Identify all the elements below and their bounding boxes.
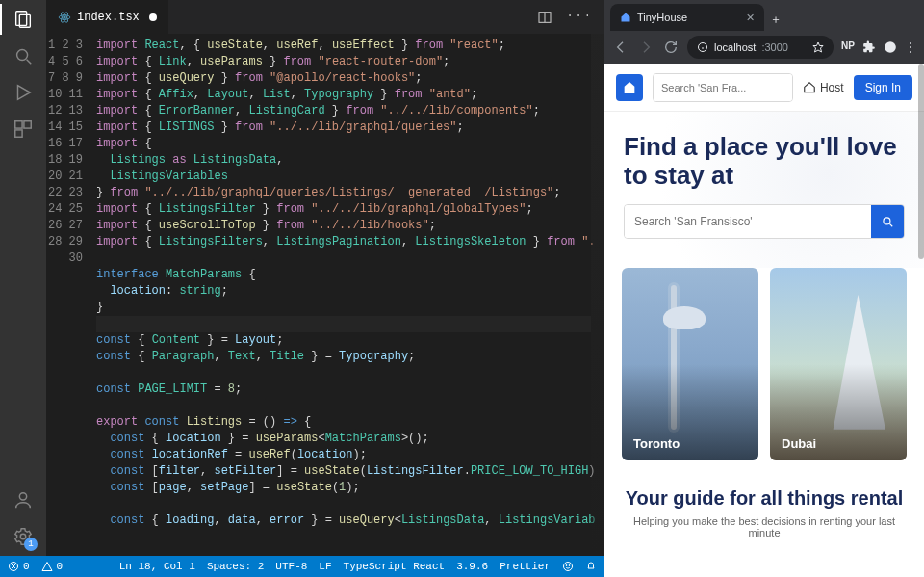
svg-rect-7 bbox=[15, 130, 22, 137]
more-actions-icon[interactable]: ··· bbox=[566, 10, 593, 25]
status-errors[interactable]: 0 bbox=[8, 561, 30, 572]
forward-button[interactable] bbox=[637, 39, 654, 56]
close-tab-icon[interactable]: ✕ bbox=[746, 12, 755, 24]
unsaved-dot-icon bbox=[149, 13, 157, 21]
vscode-window: 1 index.tsx ··· bbox=[0, 0, 604, 577]
status-warnings[interactable]: 0 bbox=[41, 561, 64, 572]
status-encoding[interactable]: UTF-8 bbox=[275, 561, 307, 572]
city-card-label: Dubai bbox=[770, 427, 828, 460]
explorer-icon[interactable] bbox=[12, 8, 35, 31]
city-card-label: Toronto bbox=[622, 427, 691, 460]
react-file-icon bbox=[58, 11, 71, 24]
guide-section: Your guide for all things rental Helping… bbox=[604, 478, 924, 538]
tinyhouse-logo-icon[interactable] bbox=[616, 74, 643, 101]
editor-tab[interactable]: index.tsx bbox=[46, 0, 169, 34]
minimap[interactable] bbox=[591, 34, 604, 556]
bookmark-star-icon[interactable] bbox=[812, 41, 824, 53]
svg-marker-25 bbox=[813, 42, 823, 52]
status-language[interactable]: TypeScript React bbox=[344, 561, 446, 572]
hero-search bbox=[624, 204, 905, 239]
svg-point-9 bbox=[20, 534, 26, 539]
header-search bbox=[653, 73, 793, 102]
guide-title: Your guide for all things rental bbox=[624, 487, 905, 510]
svg-point-8 bbox=[19, 493, 26, 500]
page-viewport[interactable]: Host Sign In Find a place you'll love to… bbox=[604, 64, 924, 577]
site-info-icon[interactable] bbox=[697, 41, 708, 53]
tab-bar: index.tsx ··· bbox=[46, 0, 604, 34]
hero-search-button[interactable] bbox=[871, 205, 904, 238]
back-button[interactable] bbox=[612, 39, 629, 56]
svg-point-20 bbox=[566, 565, 567, 566]
svg-rect-0 bbox=[16, 12, 27, 26]
svg-rect-5 bbox=[15, 121, 22, 128]
browser-tab-title: TinyHouse bbox=[637, 12, 687, 23]
settings-gear-icon[interactable]: 1 bbox=[12, 525, 35, 548]
browser-window: TinyHouse ✕ ＋ localhost:3000 NP bbox=[604, 0, 924, 577]
status-bell-icon[interactable] bbox=[585, 561, 597, 572]
search-icon[interactable] bbox=[12, 44, 35, 67]
svg-marker-4 bbox=[18, 86, 31, 100]
hero-section: Find a place you'll love to stay at bbox=[604, 112, 924, 268]
city-card-dubai[interactable]: Dubai bbox=[770, 268, 907, 460]
status-errors-count: 0 bbox=[23, 561, 30, 572]
settings-badge: 1 bbox=[24, 538, 38, 551]
split-editor-icon[interactable] bbox=[537, 10, 552, 25]
browser-toolbar: localhost:3000 NP ⋮ bbox=[604, 31, 924, 64]
host-link[interactable]: Host bbox=[803, 81, 844, 94]
hero-title: Find a place you'll love to stay at bbox=[624, 133, 905, 191]
refresh-button[interactable] bbox=[662, 39, 680, 56]
svg-point-2 bbox=[17, 50, 28, 61]
tinyhouse-favicon-icon bbox=[620, 12, 631, 23]
svg-point-21 bbox=[569, 565, 570, 566]
code-content[interactable]: import React, { useState, useRef, useEff… bbox=[96, 34, 604, 556]
browser-tab-strip: TinyHouse ✕ ＋ bbox=[604, 0, 924, 31]
city-card-toronto[interactable]: Toronto bbox=[622, 268, 758, 460]
svg-point-29 bbox=[884, 218, 890, 224]
activity-bar: 1 bbox=[0, 0, 46, 556]
tinyhouse-header: Host Sign In bbox=[604, 64, 924, 112]
extension-np[interactable]: NP bbox=[841, 40, 855, 54]
tab-filename: index.tsx bbox=[77, 11, 140, 24]
svg-line-3 bbox=[27, 60, 32, 65]
svg-point-19 bbox=[564, 563, 573, 571]
page-scrollbar[interactable] bbox=[918, 64, 924, 259]
signin-button[interactable]: Sign In bbox=[854, 75, 912, 100]
svg-rect-6 bbox=[24, 121, 31, 128]
account-icon[interactable] bbox=[12, 488, 35, 511]
svg-point-10 bbox=[64, 15, 65, 17]
header-search-input[interactable] bbox=[654, 74, 793, 101]
omnibox-port: :3000 bbox=[761, 41, 788, 53]
new-tab-button[interactable]: ＋ bbox=[764, 8, 787, 31]
guide-subtext: Helping you make the best decisions in r… bbox=[624, 515, 905, 538]
status-tsversion[interactable]: 3.9.6 bbox=[456, 561, 488, 572]
svg-point-26 bbox=[885, 41, 896, 53]
status-eol[interactable]: LF bbox=[319, 561, 331, 572]
status-feedback-icon[interactable] bbox=[562, 561, 574, 572]
browser-tab[interactable]: TinyHouse ✕ bbox=[610, 4, 764, 31]
editor-area: index.tsx ··· 1 2 3 4 5 6 7 8 9 10 11 12… bbox=[46, 0, 604, 556]
svg-line-30 bbox=[889, 223, 892, 226]
profile-avatar-icon[interactable] bbox=[884, 40, 897, 54]
vscode-main: 1 index.tsx ··· bbox=[0, 0, 604, 556]
chrome-menu-icon[interactable]: ⋮ bbox=[905, 40, 916, 54]
status-warnings-count: 0 bbox=[57, 561, 64, 572]
status-prettier[interactable]: Prettier bbox=[500, 561, 551, 572]
omnibox-host: localhost bbox=[714, 41, 756, 53]
hero-search-input[interactable] bbox=[625, 205, 871, 238]
search-icon bbox=[881, 215, 894, 228]
status-linecol[interactable]: Ln 18, Col 1 bbox=[119, 561, 195, 572]
home-icon bbox=[803, 81, 816, 94]
status-spaces[interactable]: Spaces: 2 bbox=[207, 561, 264, 572]
omnibox[interactable]: localhost:3000 bbox=[687, 36, 834, 59]
code-editor[interactable]: 1 2 3 4 5 6 7 8 9 10 11 12 13 14 15 16 1… bbox=[46, 34, 604, 556]
city-cards: Toronto Dubai bbox=[604, 268, 924, 478]
extensions-icon[interactable] bbox=[12, 118, 35, 141]
run-debug-icon[interactable] bbox=[12, 81, 35, 104]
host-label: Host bbox=[820, 81, 844, 94]
line-gutter: 1 2 3 4 5 6 7 8 9 10 11 12 13 14 15 16 1… bbox=[46, 34, 96, 556]
status-bar: 0 0 Ln 18, Col 1 Spaces: 2 UTF-8 LF Type… bbox=[0, 556, 604, 577]
extensions-puzzle-icon[interactable] bbox=[862, 40, 876, 54]
